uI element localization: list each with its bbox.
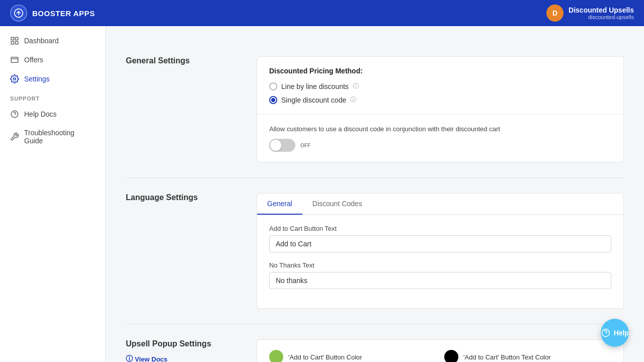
svg-rect-1 <box>11 37 14 40</box>
language-tabs: General Discount Codes <box>257 194 623 215</box>
radio-single-discount[interactable]: Single discount code ⓘ <box>269 96 611 104</box>
view-docs-link[interactable]: ⓘ View Docs <box>126 354 236 362</box>
no-thanks-input[interactable] <box>269 272 611 289</box>
help-circle-icon <box>10 110 19 119</box>
help-fab-button[interactable]: Help <box>601 319 629 347</box>
svg-rect-5 <box>11 57 18 63</box>
field-group-no-thanks: No Thanks Text <box>269 261 611 289</box>
sidebar-item-settings[interactable]: Settings <box>0 69 105 88</box>
general-settings-title: General Settings <box>126 56 236 162</box>
toggle-knob <box>270 140 281 151</box>
color-item-add-to-cart-text: 'Add to Cart' Button Text Color <box>444 350 611 362</box>
pricing-method-block: Discounted Pricing Method: Line by line … <box>257 57 623 115</box>
radio-label-single: Single discount code <box>281 96 346 104</box>
sidebar-item-dashboard[interactable]: Dashboard <box>0 31 105 50</box>
svg-rect-3 <box>11 42 14 44</box>
support-section-label: SUPPORT <box>0 88 105 105</box>
pricing-method-title: Discounted Pricing Method: <box>269 67 611 75</box>
field-group-add-to-cart: Add to Cart Button Text <box>269 225 611 252</box>
discount-code-toggle[interactable] <box>269 139 295 152</box>
language-settings-title: Language Settings <box>126 193 236 309</box>
dashboard-icon <box>10 36 19 45</box>
sidebar: Dashboard Offers Settings SUPPORT Help D… <box>0 26 106 362</box>
offers-icon <box>10 55 19 64</box>
app-body: Dashboard Offers Settings SUPPORT Help D… <box>0 26 644 362</box>
sidebar-item-offers[interactable]: Offers <box>0 50 105 69</box>
user-subdomain: discounted-upsells <box>569 14 634 20</box>
upsell-popup-card: 'Add to Cart' Button Color 'Add to Cart'… <box>257 339 624 362</box>
general-settings-card: Discounted Pricing Method: Line by line … <box>257 56 624 162</box>
app-logo[interactable] <box>10 5 27 22</box>
color-label-add-to-cart-text: 'Add to Cart' Button Text Color <box>463 353 551 361</box>
sidebar-label-troubleshooting: Troubleshooting Guide <box>24 129 95 145</box>
svg-point-6 <box>14 78 16 80</box>
tab-content-general: Add to Cart Button Text No Thanks Text <box>257 215 623 308</box>
tab-general[interactable]: General <box>257 194 302 215</box>
language-settings-section: Language Settings General Discount Codes… <box>126 178 624 324</box>
pricing-method-radio-group: Line by line discounts ⓘ Single discount… <box>269 82 611 104</box>
radio-circle-line <box>269 82 277 90</box>
avatar: D <box>546 5 564 22</box>
no-thanks-label: No Thanks Text <box>269 261 611 269</box>
help-fab-icon <box>601 328 611 338</box>
swatch-add-to-cart-text[interactable] <box>444 350 458 362</box>
user-name: Discounted Upsells <box>569 6 634 14</box>
radio-label-line: Line by line discounts <box>281 82 349 90</box>
app-header: BOOSTER APPS D Discounted Upsells discou… <box>0 0 644 26</box>
general-settings-section: General Settings Discounted Pricing Meth… <box>126 41 624 178</box>
main-content: General Settings Discounted Pricing Meth… <box>106 26 644 362</box>
swatch-add-to-cart-btn[interactable] <box>269 350 283 362</box>
wrench-icon <box>10 132 19 141</box>
add-to-cart-label: Add to Cart Button Text <box>269 225 611 232</box>
toggle-row: Allow customers to use a discount code i… <box>269 125 611 152</box>
color-options-grid: 'Add to Cart' Button Color 'Add to Cart'… <box>257 340 623 362</box>
sidebar-label-offers: Offers <box>24 56 43 64</box>
sidebar-label-dashboard: Dashboard <box>24 37 59 45</box>
tab-discount-codes[interactable]: Discount Codes <box>302 194 372 215</box>
svg-rect-4 <box>16 42 18 44</box>
settings-icon <box>10 74 19 83</box>
help-circle-small-icon: ⓘ <box>126 354 133 362</box>
color-item-add-to-cart-btn: 'Add to Cart' Button Color <box>269 350 436 362</box>
user-info: Discounted Upsells discounted-upsells <box>569 6 634 20</box>
upsell-popup-section: Upsell Popup Settings ⓘ View Docs Previe… <box>126 324 624 362</box>
svg-rect-2 <box>16 37 18 40</box>
help-icon-line[interactable]: ⓘ <box>353 82 359 90</box>
sidebar-item-troubleshooting[interactable]: Troubleshooting Guide <box>0 124 105 150</box>
help-icon-single[interactable]: ⓘ <box>350 96 356 104</box>
color-label-add-to-cart-btn: 'Add to Cart' Button Color <box>288 353 362 361</box>
upsell-popup-title: Upsell Popup Settings ⓘ View Docs Previe… <box>126 339 236 362</box>
toggle-off-label: OFF <box>300 143 310 148</box>
radio-circle-single <box>269 96 277 104</box>
radio-line-by-line[interactable]: Line by line discounts ⓘ <box>269 82 611 90</box>
language-settings-card: General Discount Codes Add to Cart Butto… <box>257 193 624 309</box>
header-left: BOOSTER APPS <box>10 5 95 22</box>
sidebar-label-settings: Settings <box>24 75 50 83</box>
brand-name: BOOSTER APPS <box>32 9 95 18</box>
sidebar-label-help-docs: Help Docs <box>24 110 57 118</box>
sidebar-item-help-docs[interactable]: Help Docs <box>0 105 105 124</box>
add-to-cart-input[interactable] <box>269 235 611 252</box>
toggle-description: Allow customers to use a discount code i… <box>269 125 611 134</box>
header-right: D Discounted Upsells discounted-upsells <box>546 5 634 22</box>
help-fab-label: Help <box>614 329 629 337</box>
discount-code-toggle-block: Allow customers to use a discount code i… <box>257 115 623 162</box>
